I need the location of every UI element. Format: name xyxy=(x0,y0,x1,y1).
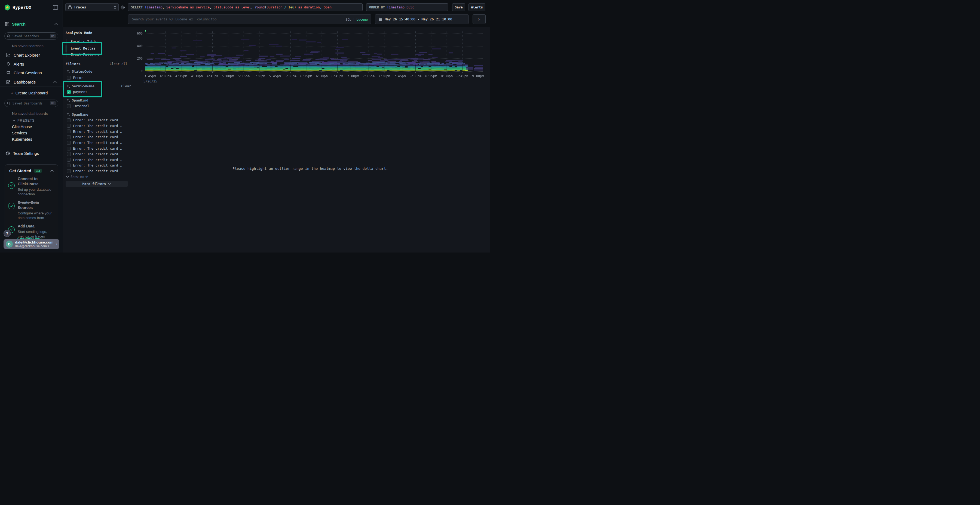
more-filters-button[interactable]: More filters xyxy=(65,181,128,187)
check-circle-icon xyxy=(8,182,15,189)
search-icon[interactable] xyxy=(67,113,70,116)
sidebar-item-label: Dashboards xyxy=(14,80,36,84)
clear-servicename-link[interactable]: Clear xyxy=(121,84,131,88)
preset-item-clickhouse[interactable]: ClickHouse xyxy=(12,125,32,129)
facet-name: ServiceName xyxy=(72,84,94,88)
analysis-mode-title: Analysis Mode xyxy=(65,31,92,35)
facet-option[interactable]: Error: The credit card … xyxy=(67,169,122,173)
mode-event-deltas[interactable]: Event Deltas xyxy=(71,46,95,51)
user-menu[interactable]: D dale@clickhouse.com dale@clickhouse.co… xyxy=(3,239,59,249)
chevron-up-icon xyxy=(54,23,58,25)
mode-results-table[interactable]: Results Table xyxy=(71,39,97,44)
x-tick-label: 5:30pm xyxy=(253,74,265,78)
x-tick-label: 6:00pm xyxy=(285,74,296,78)
get-started-item[interactable]: Create Data Sources Configure where your… xyxy=(5,197,58,220)
source-select[interactable]: Traces xyxy=(65,3,119,11)
presets-toggle[interactable]: PRESETS xyxy=(0,118,63,123)
sql-token: , xyxy=(162,5,166,9)
sidebar: ⚡ HyperDX Search ⌘K No saved searches Ch… xyxy=(0,0,63,252)
sidebar-item-team-settings[interactable]: Team Settings xyxy=(0,151,63,156)
clear-all-filters-link[interactable]: Clear all xyxy=(110,62,127,66)
facet-option[interactable]: Error: The credit card … xyxy=(67,124,122,128)
x-tick-label: 8:00pm xyxy=(410,74,422,78)
language-toggle-lucene[interactable]: Lucene xyxy=(356,18,368,22)
time-range-picker[interactable]: May 26 15:40:00 - May 26 21:10:00 xyxy=(375,14,469,24)
sql-select-input[interactable]: SELECT Timestamp, ServiceName as service… xyxy=(128,3,363,11)
sidebar-collapse-button[interactable] xyxy=(53,5,58,10)
save-button[interactable]: Save xyxy=(452,3,465,11)
saved-dashboards-input[interactable]: ⌘K xyxy=(4,100,58,107)
gear-icon xyxy=(121,5,125,10)
facet-option[interactable]: Error: The credit card … xyxy=(67,158,122,162)
sidebar-item-alerts[interactable]: Alerts xyxy=(0,61,63,67)
facet-option[interactable]: Error: The credit card … xyxy=(67,141,122,145)
traces-source-icon xyxy=(68,5,72,9)
x-tick-label: 6:45pm xyxy=(332,74,343,78)
sidebar-item-chart-explorer[interactable]: Chart Explorer xyxy=(0,52,63,58)
search-icon[interactable] xyxy=(67,70,70,73)
facet-option[interactable]: Error: The credit card … xyxy=(67,146,122,151)
time-range-value: May 26 15:40:00 - May 26 21:10:00 xyxy=(385,17,452,21)
x-tick-label: 6:30pm xyxy=(316,74,328,78)
alerts-button[interactable]: Alerts xyxy=(468,3,485,11)
checkbox[interactable] xyxy=(67,158,71,162)
mode-event-patterns[interactable]: Event Patterns xyxy=(71,52,99,57)
chevron-up-icon[interactable] xyxy=(50,170,54,172)
facet-option[interactable]: Error: The credit card … xyxy=(67,135,122,139)
facet-option[interactable]: Error xyxy=(67,76,83,80)
preset-item-kubernetes[interactable]: Kubernetes xyxy=(12,137,32,141)
sidebar-item-search[interactable]: Search xyxy=(0,19,63,29)
checkbox[interactable] xyxy=(67,147,71,151)
checkbox[interactable] xyxy=(67,135,71,139)
checkbox[interactable] xyxy=(67,118,71,122)
facet-option[interactable]: payment xyxy=(67,90,88,94)
gear-icon xyxy=(5,151,10,156)
help-button[interactable]: ? xyxy=(3,230,11,237)
facet-spanname: SpanName xyxy=(67,113,88,116)
checkbox[interactable] xyxy=(67,124,71,128)
checkbox[interactable] xyxy=(67,130,71,133)
sidebar-item-label: Chart Explorer xyxy=(14,53,40,57)
get-started-item-title: Add Data xyxy=(18,224,54,229)
checkbox[interactable] xyxy=(67,169,71,173)
facet-option[interactable]: Error: The credit card … xyxy=(67,152,122,156)
checkbox[interactable] xyxy=(67,104,71,108)
checkbox-checked[interactable] xyxy=(67,90,71,94)
language-toggle-sql[interactable]: SQL xyxy=(346,18,352,22)
filters-title: Filters xyxy=(65,62,81,66)
facet-servicename: ServiceName xyxy=(67,84,94,88)
divider xyxy=(0,18,63,18)
facet-option-label: Error: The credit card … xyxy=(73,124,122,128)
sql-token: / xyxy=(282,5,288,9)
get-started-item[interactable]: Add Data Start sending logs, metrics, or… xyxy=(5,220,58,239)
sidebar-item-dashboards[interactable]: Dashboards xyxy=(0,79,63,85)
saved-dashboards-field[interactable] xyxy=(12,101,48,106)
show-more-link[interactable]: Show more xyxy=(66,175,88,179)
get-started-item[interactable]: Connect to ClickHouse Set up your databa… xyxy=(5,173,58,197)
x-tick-label: 4:30pm xyxy=(191,74,202,78)
preset-item-services[interactable]: Services xyxy=(12,131,27,135)
facet-option[interactable]: Internal xyxy=(67,104,89,108)
facet-option[interactable]: Error: The credit card … xyxy=(67,130,122,133)
checkbox[interactable] xyxy=(67,76,71,80)
saved-searches-field[interactable] xyxy=(12,34,48,38)
facet-option[interactable]: Error: The credit card … xyxy=(67,163,122,167)
sql-order-by-input[interactable]: ORDER BY Timestamp DESC xyxy=(366,3,448,11)
saved-searches-input[interactable]: ⌘K xyxy=(4,32,58,40)
plus-icon: + xyxy=(11,91,13,95)
facet-option[interactable]: Error: The credit card … xyxy=(67,118,122,122)
search-icon[interactable] xyxy=(67,99,70,102)
sql-token: Duration xyxy=(267,5,283,9)
checkbox[interactable] xyxy=(67,141,71,145)
search-icon[interactable] xyxy=(67,85,70,88)
source-settings-button[interactable] xyxy=(121,5,125,10)
facet-statuscode: StatusCode xyxy=(67,69,92,73)
sidebar-item-label: Client Sessions xyxy=(14,70,41,75)
sidebar-item-client-sessions[interactable]: Client Sessions xyxy=(0,70,63,76)
checkbox[interactable] xyxy=(67,152,71,156)
event-search-input[interactable] xyxy=(132,17,343,22)
create-dashboard-button[interactable]: + Create Dashboard xyxy=(0,90,63,96)
run-query-button[interactable]: ▷ xyxy=(473,14,486,24)
checkbox[interactable] xyxy=(67,164,71,167)
duration-heatmap[interactable] xyxy=(145,30,483,75)
